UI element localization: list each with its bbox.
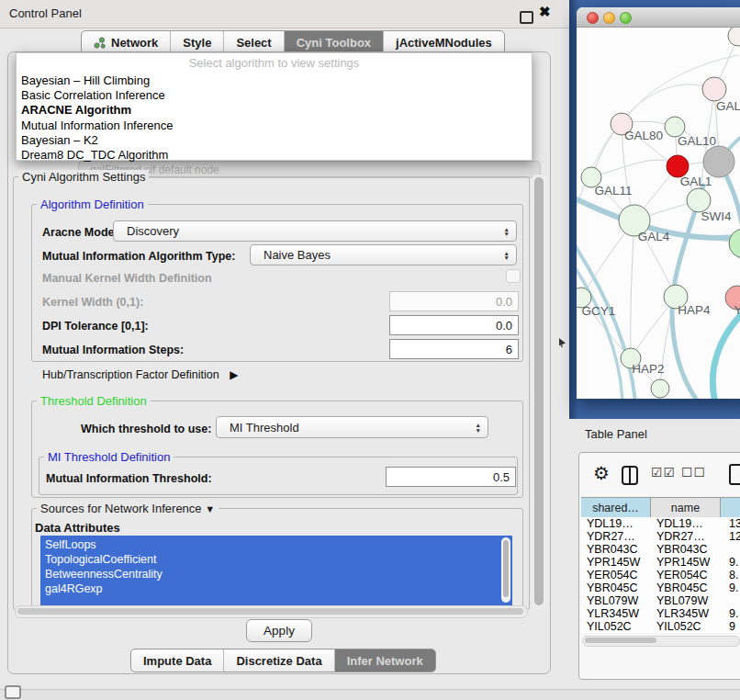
network-edge[interactable]	[712, 303, 740, 399]
table-cell: YBR045C	[651, 581, 721, 594]
tab-network[interactable]: Network	[82, 31, 170, 53]
table-row[interactable]: YDL19…YDL19…13	[581, 517, 740, 530]
table-cell: YIL052C	[581, 620, 651, 633]
algorithm-option[interactable]: Bayesian – K2	[17, 133, 532, 148]
zoom-traffic-light[interactable]	[620, 12, 632, 24]
unchecked-checkboxes-icon[interactable]: ☐☐	[681, 465, 706, 480]
manual-kernel-checkbox[interactable]	[506, 269, 521, 283]
threshold-definition-title: Threshold Definition	[37, 394, 151, 408]
table-cell: YDL19…	[581, 517, 651, 530]
which-threshold-select[interactable]: MI Threshold ▲▼	[216, 416, 488, 438]
table-cell: YLR345W	[651, 607, 721, 620]
aracne-mode-label: Aracne Mode:	[42, 226, 118, 239]
attribute-list-item[interactable]: BetweennessCentrality	[40, 567, 512, 581]
dpi-tolerance-field[interactable]: 0.0	[389, 315, 519, 335]
minimize-traffic-light[interactable]	[603, 12, 615, 24]
column-header-partial[interactable]	[721, 498, 740, 518]
scrollbar-thumb[interactable]	[585, 638, 656, 643]
float-window-icon[interactable]	[520, 11, 533, 24]
algorithm-popup-list: Bayesian – Hill ClimbingBasic Correlatio…	[17, 73, 532, 163]
settings-vertical-scrollbar[interactable]	[532, 175, 547, 610]
network-edge[interactable]	[577, 259, 622, 399]
algorithm-option[interactable]: Dream8 DC_TDC Algorithm	[17, 148, 532, 163]
table-row[interactable]: YLR345WYLR345W9.	[581, 607, 740, 620]
aracne-mode-select[interactable]: Discovery ▲▼	[113, 220, 517, 242]
table-cell: YIL052C	[651, 620, 721, 633]
algorithm-option[interactable]: Basic Correlation Inference	[17, 88, 532, 103]
table-cell: YER054C	[581, 569, 651, 581]
network-node[interactable]	[703, 146, 734, 177]
collapse-down-icon[interactable]: ▼	[205, 503, 215, 514]
settings-horizontal-scrollbar[interactable]	[15, 605, 528, 618]
mi-type-select[interactable]: Naive Bayes ▲▼	[250, 244, 517, 265]
column-header-name[interactable]: name	[651, 498, 721, 518]
tab-select[interactable]: Select	[223, 31, 283, 53]
kernel-width-field[interactable]: 0.0	[389, 291, 519, 311]
table-row[interactable]: YER054CYER054C8.	[581, 569, 740, 581]
network-window-titlebar[interactable]	[577, 7, 740, 28]
restore-panel-icon[interactable]	[5, 685, 21, 699]
network-node[interactable]	[729, 229, 740, 258]
column-header-shared-name[interactable]: shared…	[581, 498, 651, 518]
control-panel-titlebar	[0, 0, 569, 28]
network-node-label: GCY1	[582, 304, 616, 318]
table-cell: YDR27…	[581, 530, 651, 543]
table-cell: YDL19…	[651, 517, 721, 530]
checked-checkboxes-icon[interactable]: ☑☑	[651, 465, 676, 480]
scrollbar-thumb[interactable]	[503, 540, 509, 597]
network-canvas[interactable]: GALGAL80GAL10GAL11GAL1SWI4GAL4GCY1HAP4YH…	[577, 28, 740, 399]
table-cell: 9.	[721, 556, 740, 569]
close-icon[interactable]: ✖	[539, 4, 551, 20]
table-cell: YPR145W	[651, 556, 721, 569]
mi-threshold-field[interactable]: 0.5	[386, 467, 516, 487]
algorithm-option[interactable]: Bayesian – Hill Climbing	[17, 73, 532, 88]
table-horizontal-scrollbar[interactable]	[582, 636, 740, 647]
table-row[interactable]: YPR145WYPR145W9.	[581, 556, 740, 569]
apply-button[interactable]: Apply	[246, 619, 312, 642]
attribute-list-item[interactable]: TopologicalCoefficient	[40, 552, 512, 567]
network-node-label: GAL1	[680, 175, 712, 188]
cyni-bottom-tabbar: Impute Data Discretize Data Infer Networ…	[130, 649, 436, 672]
network-edge[interactable]	[591, 160, 678, 177]
gear-icon[interactable]: ⚙	[593, 464, 610, 482]
network-node-label: GAL	[716, 99, 740, 113]
table-cell: 9.	[721, 581, 740, 594]
scrollbar-thumb[interactable]	[534, 177, 544, 605]
which-threshold-label: Which threshold to use:	[81, 423, 211, 435]
attributes-list-scrollbar[interactable]	[501, 537, 510, 603]
new-table-icon[interactable]	[729, 464, 740, 485]
network-view-window: GALGAL80GAL10GAL11GAL1SWI4GAL4GCY1HAP4YH…	[577, 7, 740, 399]
tab-impute-data[interactable]: Impute Data	[131, 649, 223, 672]
attribute-list-item[interactable]: SelfLoops	[40, 537, 512, 552]
network-node[interactable]	[702, 77, 726, 101]
table-row[interactable]: YIL052CYIL052C9	[581, 620, 740, 633]
tab-style[interactable]: Style	[170, 31, 223, 53]
network-edge[interactable]	[577, 237, 635, 399]
tab-infer-network[interactable]: Infer Network	[334, 649, 435, 672]
screen: Control Panel ✖ Network Style Select Cyn…	[0, 0, 740, 700]
table-row[interactable]: YBR043CYBR043C	[581, 543, 740, 556]
table-row[interactable]: YBL079WYBL079W	[581, 594, 740, 607]
tab-discretize-data[interactable]: Discretize Data	[223, 649, 333, 672]
network-edge[interactable]	[631, 220, 634, 358]
tab-jactivemnodules[interactable]: jActiveMNodules	[383, 31, 504, 53]
algorithm-option[interactable]: ARACNE Algorithm	[17, 103, 532, 118]
close-traffic-light[interactable]	[587, 12, 599, 24]
cyni-settings-title: Cyni Algorithm Settings	[18, 170, 149, 184]
scrollbar-thumb[interactable]	[17, 608, 523, 615]
network-node[interactable]	[728, 28, 740, 46]
network-node[interactable]	[651, 379, 669, 398]
split-columns-icon[interactable]	[622, 466, 638, 485]
algorithm-option[interactable]: Mutual Information Inference	[17, 119, 532, 133]
table-row[interactable]: YDR27…YDR27…12	[581, 530, 740, 543]
table-cell: YBR043C	[651, 543, 721, 556]
table-row[interactable]: YBR045CYBR045C9.	[581, 581, 740, 594]
tab-cyni-toolbox[interactable]: Cyni Toolbox	[284, 31, 383, 53]
sources-title: Sources for Network Inference ▼	[37, 502, 219, 515]
table-cell: YLR345W	[581, 607, 651, 620]
combo-arrows-icon: ▲▼	[504, 226, 510, 236]
attribute-list-item[interactable]: gal4RGexp	[40, 581, 512, 596]
mi-steps-field[interactable]: 6	[389, 339, 519, 359]
hub-definition-disclosure[interactable]: Hub/Transcription Factor Definition ▶	[42, 368, 238, 381]
table-cell: 13	[721, 517, 740, 530]
